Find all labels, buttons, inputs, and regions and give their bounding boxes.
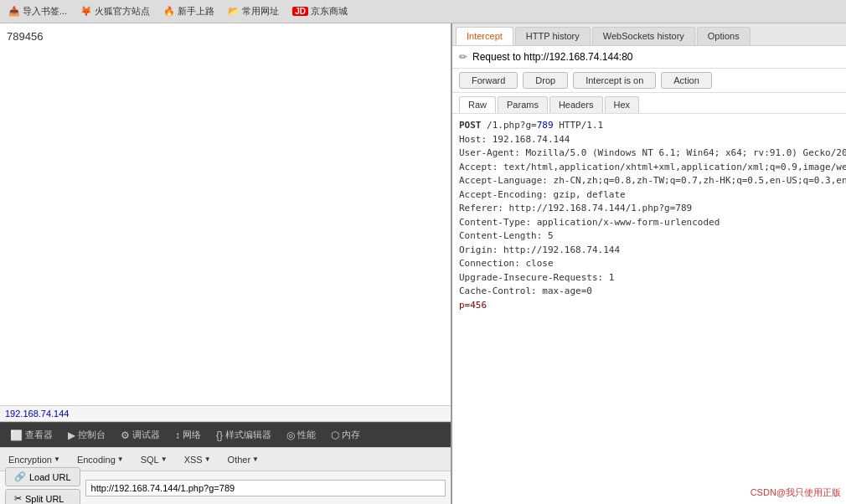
- request-line: p=456: [459, 299, 839, 313]
- sql-dropdown-arrow: ▼: [161, 455, 168, 463]
- devtools-tab-performance[interactable]: ◎ 性能: [280, 425, 322, 445]
- split-url-button[interactable]: ✂ Split URL: [5, 489, 80, 504]
- request-tabs: Raw Params Headers Hex: [452, 93, 846, 114]
- inspector-icon: ⬜: [10, 429, 23, 441]
- network-label: 网络: [183, 429, 201, 441]
- request-line: Upgrade-Insecure-Requests: 1: [459, 271, 839, 285]
- request-body: POST /1.php?g=789 HTTP/1.1Host: 192.168.…: [452, 114, 846, 504]
- left-content-area: 789456: [0, 23, 451, 405]
- bookmark-icon: 📥: [8, 6, 20, 17]
- action-button[interactable]: Action: [661, 72, 712, 89]
- performance-label: 性能: [297, 429, 316, 441]
- xss-label: XSS: [184, 455, 203, 465]
- console-label: 控制台: [78, 429, 106, 441]
- sql-menu[interactable]: SQL ▼: [137, 453, 171, 466]
- split-url-label: Split URL: [25, 494, 64, 504]
- jd-label: 京东商城: [311, 5, 348, 18]
- raw-tab-label: Raw: [468, 100, 487, 110]
- devtools-tab-memory[interactable]: ⬡ 内存: [324, 425, 367, 445]
- encoding-menu[interactable]: Encoding ▼: [74, 453, 127, 466]
- url-input[interactable]: [85, 480, 446, 496]
- beginner-btn[interactable]: 🔥 新手上路: [160, 3, 218, 19]
- devtools-tab-debugger[interactable]: ⚙ 调试器: [114, 425, 167, 445]
- encoding-dropdown-arrow: ▼: [117, 455, 124, 463]
- memory-icon: ⬡: [331, 429, 339, 441]
- burp-tab-http-history[interactable]: HTTP history: [515, 27, 591, 45]
- devtools-tab-console[interactable]: ▶ 控制台: [61, 425, 112, 445]
- request-line: Accept-Encoding: gzip, deflate: [459, 188, 839, 203]
- burp-tab-options[interactable]: Options: [697, 27, 751, 45]
- page-content-text: 789456: [7, 30, 444, 43]
- sql-label: SQL: [141, 455, 159, 465]
- burp-tabs: Intercept HTTP history WebSockets histor…: [452, 23, 846, 46]
- xss-dropdown-arrow: ▼: [204, 455, 211, 463]
- intercept-toggle-button[interactable]: Intercept is on: [573, 72, 656, 89]
- intercept-toolbar: ✏ Request to http://192.168.74.144:80: [452, 46, 846, 69]
- hex-tab-label: Hex: [614, 100, 631, 110]
- drop-button[interactable]: Drop: [523, 72, 568, 89]
- address-text: 192.168.74.144: [5, 409, 69, 419]
- bookmarks-btn[interactable]: 📥 导入书签...: [5, 3, 70, 19]
- req-tab-params[interactable]: Params: [498, 96, 548, 113]
- request-line: Connection: close: [459, 257, 839, 271]
- drop-label: Drop: [535, 75, 555, 85]
- inspector-label: 查看器: [25, 429, 53, 441]
- firefox-icon: 🦊: [80, 6, 92, 17]
- common-btn[interactable]: 📂 常用网址: [224, 3, 282, 19]
- params-tab-label: Params: [507, 100, 539, 110]
- forward-button[interactable]: Forward: [459, 72, 518, 89]
- console-icon: ▶: [68, 429, 75, 441]
- encryption-dropdown-arrow: ▼: [54, 455, 60, 463]
- req-tab-hex[interactable]: Hex: [605, 96, 640, 113]
- encryption-menu[interactable]: Encryption ▼: [5, 453, 64, 466]
- left-panel: 789456 192.168.74.144 ⬜ 查看器 ▶ 控制台 ⚙ 调试器 …: [0, 23, 452, 504]
- memory-label: 内存: [342, 429, 360, 441]
- req-tab-headers[interactable]: Headers: [549, 96, 603, 113]
- performance-icon: ◎: [286, 429, 295, 441]
- style-editor-label: 样式编辑器: [225, 429, 271, 441]
- headers-tab-label: Headers: [559, 100, 594, 110]
- address-bar: 192.168.74.144: [0, 405, 451, 422]
- action-label: Action: [673, 75, 699, 85]
- xss-menu[interactable]: XSS ▼: [181, 453, 214, 466]
- bottom-actions: 🔗 Load URL ✂ Split URL: [0, 471, 451, 504]
- request-line: Accept: text/html,application/xhtml+xml,…: [459, 161, 839, 175]
- options-tab-label: Options: [708, 31, 740, 41]
- request-line: Content-Type: application/x-www-form-url…: [459, 216, 839, 230]
- request-url-text: Request to http://192.168.74.144:80: [472, 51, 632, 63]
- devtools-tab-style-editor[interactable]: {} 样式编辑器: [209, 425, 278, 445]
- websockets-tab-label: WebSockets history: [603, 31, 684, 41]
- request-line: Accept-Language: zh-CN,zh;q=0.8,zh-TW;q=…: [459, 174, 839, 188]
- beginner-icon: 🔥: [163, 6, 175, 17]
- request-line: Origin: http://192.168.74.144: [459, 244, 839, 258]
- http-history-tab-label: HTTP history: [526, 31, 580, 41]
- load-url-button[interactable]: 🔗 Load URL: [5, 467, 80, 486]
- devtools-tab-network[interactable]: ↕ 网络: [168, 425, 208, 445]
- burp-tab-websockets[interactable]: WebSockets history: [592, 27, 695, 45]
- other-menu[interactable]: Other ▼: [224, 453, 262, 466]
- common-label: 常用网址: [242, 5, 279, 18]
- other-dropdown-arrow: ▼: [252, 455, 259, 463]
- encryption-label: Encryption: [8, 455, 52, 465]
- bookmarks-label: 导入书签...: [23, 5, 67, 18]
- pencil-icon: ✏: [459, 51, 467, 63]
- firefox-btn[interactable]: 🦊 火狐官方站点: [77, 3, 153, 19]
- devtools-tab-inspector[interactable]: ⬜ 查看器: [3, 425, 59, 445]
- encoding-label: Encoding: [77, 455, 116, 465]
- request-line: Cache-Control: max-age=0: [459, 285, 839, 299]
- req-tab-raw[interactable]: Raw: [459, 96, 496, 113]
- request-line: Referer: http://192.168.74.144/1.php?g=7…: [459, 202, 839, 216]
- jd-btn[interactable]: JD 京东商城: [289, 3, 351, 19]
- split-url-icon: ✂: [14, 493, 22, 504]
- beginner-label: 新手上路: [178, 5, 214, 18]
- style-editor-icon: {}: [216, 429, 223, 441]
- request-line: User-Agent: Mozilla/5.0 (Windows NT 6.1;…: [459, 147, 839, 161]
- load-url-label: Load URL: [29, 472, 71, 482]
- debugger-label: 调试器: [132, 429, 160, 441]
- intercept-on-label: Intercept is on: [585, 75, 643, 85]
- devtools-tabs: ⬜ 查看器 ▶ 控制台 ⚙ 调试器 ↕ 网络 {} 样式编辑器 ◎ 性能: [0, 422, 451, 447]
- main-layout: 789456 192.168.74.144 ⬜ 查看器 ▶ 控制台 ⚙ 调试器 …: [0, 23, 846, 504]
- forward-label: Forward: [472, 75, 505, 85]
- burp-tab-intercept[interactable]: Intercept: [456, 27, 513, 45]
- request-line: Content-Length: 5: [459, 229, 839, 244]
